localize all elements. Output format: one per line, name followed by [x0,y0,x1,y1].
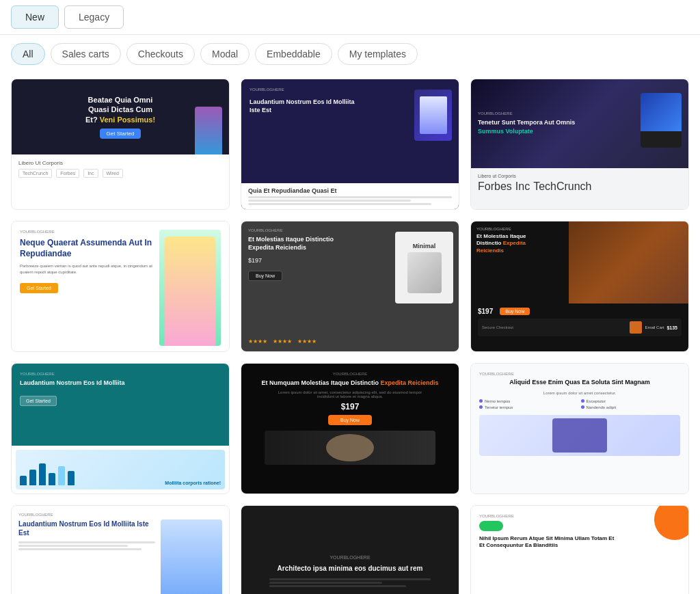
template-preview-1: Beatae Quia OmniQuasi Dictas CumEt? Veni… [12,79,229,209]
dashboard-mini: Molliita corporis ratione! [16,450,225,489]
template-preview-4: YOURBLOGHERE Neque Quaerat Assumenda Aut… [12,221,229,351]
feature-4: Nandendo adipit [581,405,681,409]
template-11-lines [269,578,430,587]
template-5-buy: Buy Now [248,271,282,281]
template-1-logos: TechCrunch Forbes Inc Wired [18,169,222,178]
template-card-2[interactable]: YOURBLOGHERE Laudantium Nostrum Eos Id M… [241,79,459,210]
item-price: $135 [667,325,677,330]
template-8-headline: Et Numquam Molestias Itaque Distinctio E… [261,379,438,388]
bar-3 [39,463,46,485]
feature-3: Tenetur tempus [479,405,579,409]
template-card-3[interactable]: YOURBLOGHERE Tenetur Sunt Tempora Aut Om… [470,79,689,210]
text-line-2 [248,200,411,202]
line-3 [269,585,406,587]
text-line-3 [248,203,431,205]
logo-tc-3: TechCrunch [533,180,591,193]
feature-2: Exceptutur [581,399,681,403]
product-name: Minimal [413,243,436,249]
template-8-price: $197 [341,402,360,411]
template-7-hero: YOURBLOGHERE Laudantium Nostrum Eos Id M… [12,364,229,446]
template-9-features: Nemo tempus Exceptutur Tenetur tempus Na… [479,399,680,409]
logo-techcrunch: TechCrunch [18,169,52,178]
template-preview-10: YOURBLOGHERE Laudantium Nostrum Eos Id M… [12,506,229,594]
template-8-content: YOURBLOGHERE Et Numquam Molestias Itaque… [241,364,459,494]
stars-1: ★★★★ [248,338,267,345]
bar-4 [49,473,55,485]
template-card-1[interactable]: Beatae Quia OmniQuasi Dictas CumEt? Veni… [11,79,230,210]
template-11-headline: Architecto ipsa minima eos ducimus aut r… [278,564,423,573]
template-card-4[interactable]: YOURBLOGHERE Neque Quaerat Assumenda Aut… [11,221,230,352]
template-8-cta: Buy Now [328,415,372,425]
template-card-7[interactable]: YOURBLOGHERE Laudantium Nostrum Eos Id M… [11,363,230,494]
filter-my-templates[interactable]: My templates [338,43,418,65]
item-name: Email Cart [645,325,664,329]
template-3-laptop [641,93,682,148]
filter-checkouts[interactable]: Checkouts [126,43,195,65]
templates-grid: Beatae Quia OmniQuasi Dictas CumEt? Veni… [0,73,700,594]
template-preview-9: YOURBLOGHERE Aliquid Esse Enim Quas Ea S… [471,364,688,494]
template-card-6[interactable]: YOURBLOGHERE Et Molestias Itaque Distinc… [470,221,689,352]
template-preview-2: YOURBLOGHERE Laudantium Nostrum Eos Id M… [241,79,459,209]
template-9-brand: YOURBLOGHERE [479,372,680,376]
template-card-11[interactable]: YOURBLOGHERE Architecto ipsa minima eos … [241,505,459,594]
template-card-9[interactable]: YOURBLOGHERE Aliquid Esse Enim Quas Ea S… [470,363,689,494]
filter-embeddable[interactable]: Embeddable [255,43,332,65]
template-7-wrap: YOURBLOGHERE Laudantium Nostrum Eos Id M… [12,364,229,494]
text-line-1 [248,196,452,198]
template-7-dashboard: Molliita corporis ratione! [12,446,229,494]
template-7-headline: Laudantium Nostrum Eos Id Molliita [20,379,150,388]
template-2-wrap: YOURBLOGHERE Laudantium Nostrum Eos Id M… [241,79,459,209]
template-11-brand: YOURBLOGHERE [329,555,370,560]
template-11-content: YOURBLOGHERE Architecto ipsa minima eos … [241,506,459,594]
template-7-brand: YOURBLOGHERE [20,372,221,376]
tab-legacy[interactable]: Legacy [64,5,124,29]
template-4-text: YOURBLOGHERE Neque Quaerat Assumenda Aut… [20,230,154,293]
logo-wired: Wired [103,169,123,178]
template-10-lines [18,541,155,550]
template-2-bottom: Quia Et Repudiandae Quasi Et [241,183,459,209]
template-2-book [414,90,452,141]
template-card-12[interactable]: YOURBLOGHERE Nihil Ipsum Rerum Atque Sit… [470,505,689,594]
template-1-bottom: Libero Ut Corporis TechCrunch Forbes Inc… [12,154,229,209]
filter-sales-carts[interactable]: Sales carts [51,43,121,65]
product-shape [407,252,442,293]
template-6-text: YOURBLOGHERE Et Molestias Itaque Distinc… [476,227,606,254]
template-1-cta: Get Started [100,129,142,139]
person-shape [165,237,216,346]
template-8-subtext: Lorem ipsum dolor sit amet, consectetur … [269,390,430,399]
template-8-hands [265,431,435,465]
bar-5 [58,466,65,485]
template-1-person [195,107,222,154]
line-1 [269,578,430,580]
cart-item: Email Cart $135 [630,321,677,334]
green-oval [479,521,503,531]
template-preview-8: YOURBLOGHERE Et Numquam Molestias Itaque… [241,364,459,494]
checkout-bar: Secure Checkout Email Cart $135 [478,319,682,336]
template-1-hero: Beatae Quia OmniQuasi Dictas CumEt? Veni… [12,79,229,154]
template-preview-6: YOURBLOGHERE Et Molestias Itaque Distinc… [471,221,688,351]
feature-1: Nemo tempus [479,399,579,403]
template-6-brand: YOURBLOGHERE [476,227,606,231]
template-card-5[interactable]: YOURBLOGHERE Et Molestias Itaque Distinc… [241,221,459,352]
template-2-headline: Laudantium Nostrum Eos Id Molliita Iste … [250,98,360,114]
top-tab-bar: New Legacy [0,0,700,35]
template-10-layout: Laudantium Nostrum Eos Id Molliita Iste … [18,519,222,594]
filter-bar: All Sales carts Checkouts Modal Embeddab… [0,35,700,73]
template-6-wrap: YOURBLOGHERE Et Molestias Itaque Distinc… [471,221,688,351]
template-card-8[interactable]: YOURBLOGHERE Et Numquam Molestias Itaque… [241,363,459,494]
template-1-company: Libero Ut Corporis [18,160,222,166]
logo-forbes: Forbes [56,169,79,178]
filter-modal[interactable]: Modal [200,43,250,65]
stars-2: ★★★★ [273,338,292,345]
template-1-headline: Beatae Quia OmniQuasi Dictas CumEt? Veni… [85,95,155,124]
template-6-price: $197 [478,308,493,315]
template-6-hero: YOURBLOGHERE Et Molestias Itaque Distinc… [471,221,688,303]
template-card-10[interactable]: YOURBLOGHERE Laudantium Nostrum Eos Id M… [11,505,230,594]
logo-inc: Inc [83,169,98,178]
template-3-logos: Forbes Inc TechCrunch [478,180,682,193]
price-cta-row: $197 Buy Now [478,308,682,315]
filter-all[interactable]: All [11,43,45,65]
line-3 [18,548,142,550]
tab-new[interactable]: New [11,5,59,29]
template-5-headline: Et Molestias Itaque Distinctio Expedita … [248,236,350,252]
